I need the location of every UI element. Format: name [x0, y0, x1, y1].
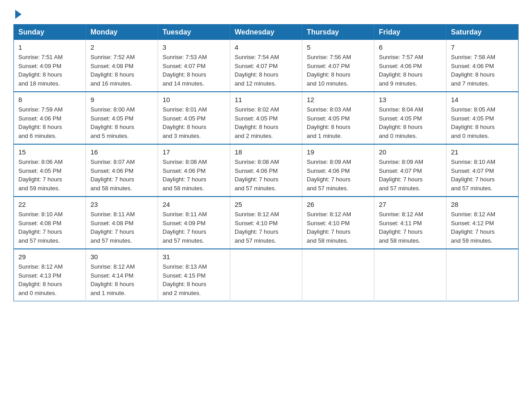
day-number: 9 [90, 96, 153, 103]
day-info: Sunrise: 8:06 AM Sunset: 4:05 PM Dayligh… [18, 158, 81, 193]
daylight-hours: 7 hoursand 58 minutes. [379, 228, 423, 244]
calendar-cell: 14 Sunrise: 8:05 AM Sunset: 4:05 PM Dayl… [446, 92, 519, 144]
daylight-hours: 7 hoursand 58 minutes. [307, 228, 351, 244]
calendar-cell: 16 Sunrise: 8:07 AM Sunset: 4:06 PM Dayl… [86, 144, 158, 197]
day-number: 30 [90, 253, 153, 261]
day-info: Sunrise: 8:07 AM Sunset: 4:06 PM Dayligh… [90, 158, 153, 193]
calendar-cell [230, 249, 302, 301]
day-number: 1 [18, 43, 81, 51]
calendar-cell: 5 Sunrise: 7:56 AM Sunset: 4:07 PM Dayli… [302, 40, 374, 92]
day-info: Sunrise: 8:12 AM Sunset: 4:11 PM Dayligh… [379, 210, 442, 245]
day-info: Sunrise: 8:10 AM Sunset: 4:08 PM Dayligh… [18, 210, 81, 245]
daylight-hours: 8 hoursand 7 minutes. [451, 71, 495, 87]
calendar-cell: 1 Sunrise: 7:51 AM Sunset: 4:09 PM Dayli… [14, 40, 86, 92]
calendar-cell: 25 Sunrise: 8:12 AM Sunset: 4:10 PM Dayl… [230, 197, 302, 249]
calendar-cell: 24 Sunrise: 8:11 AM Sunset: 4:09 PM Dayl… [158, 197, 230, 249]
weekday-header-monday: Monday [86, 25, 158, 40]
daylight-hours: 7 hoursand 57 minutes. [379, 176, 423, 192]
daylight-hours: 8 hoursand 0 minutes. [18, 281, 62, 296]
day-info: Sunrise: 8:09 AM Sunset: 4:07 PM Dayligh… [379, 158, 442, 193]
calendar-cell: 31 Sunrise: 8:13 AM Sunset: 4:15 PM Dayl… [158, 249, 230, 301]
daylight-hours: 8 hoursand 16 minutes. [90, 71, 134, 87]
calendar-cell: 22 Sunrise: 8:10 AM Sunset: 4:08 PM Dayl… [14, 197, 86, 249]
weekday-header-row: SundayMondayTuesdayWednesdayThursdayFrid… [14, 25, 519, 40]
day-info: Sunrise: 7:54 AM Sunset: 4:07 PM Dayligh… [235, 53, 297, 88]
day-number: 19 [307, 148, 369, 156]
day-info: Sunrise: 8:09 AM Sunset: 4:06 PM Dayligh… [307, 158, 369, 193]
calendar-cell: 29 Sunrise: 8:12 AM Sunset: 4:13 PM Dayl… [14, 249, 86, 301]
calendar-cell: 6 Sunrise: 7:57 AM Sunset: 4:06 PM Dayli… [374, 40, 446, 92]
day-number: 12 [307, 96, 369, 103]
daylight-hours: 8 hoursand 18 minutes. [18, 71, 62, 87]
daylight-hours: 7 hoursand 57 minutes. [235, 176, 279, 192]
day-info: Sunrise: 7:57 AM Sunset: 4:06 PM Dayligh… [379, 53, 442, 88]
day-info: Sunrise: 7:51 AM Sunset: 4:09 PM Dayligh… [18, 53, 81, 88]
calendar-cell: 27 Sunrise: 8:12 AM Sunset: 4:11 PM Dayl… [374, 197, 446, 249]
daylight-hours: 8 hoursand 0 minutes. [451, 124, 495, 139]
weekday-header-friday: Friday [374, 25, 446, 40]
day-number: 29 [18, 253, 81, 261]
daylight-hours: 8 hoursand 3 minutes. [163, 124, 206, 139]
day-info: Sunrise: 8:11 AM Sunset: 4:09 PM Dayligh… [163, 210, 225, 245]
day-number: 7 [451, 43, 514, 51]
day-number: 10 [163, 96, 225, 103]
day-number: 16 [90, 148, 153, 156]
week-row-5: 29 Sunrise: 8:12 AM Sunset: 4:13 PM Dayl… [14, 249, 519, 301]
day-info: Sunrise: 8:00 AM Sunset: 4:05 PM Dayligh… [90, 105, 153, 140]
day-number: 22 [18, 201, 81, 208]
daylight-hours: 7 hoursand 59 minutes. [18, 176, 62, 192]
day-number: 4 [235, 43, 297, 51]
daylight-hours: 8 hoursand 9 minutes. [379, 71, 423, 87]
daylight-hours: 7 hoursand 57 minutes. [18, 228, 62, 244]
day-info: Sunrise: 7:59 AM Sunset: 4:06 PM Dayligh… [18, 105, 81, 140]
calendar-cell: 13 Sunrise: 8:04 AM Sunset: 4:05 PM Dayl… [374, 92, 446, 144]
calendar-cell: 28 Sunrise: 8:12 AM Sunset: 4:12 PM Dayl… [446, 197, 519, 249]
day-number: 13 [379, 96, 442, 103]
calendar-body: 1 Sunrise: 7:51 AM Sunset: 4:09 PM Dayli… [14, 40, 519, 301]
calendar-cell: 8 Sunrise: 7:59 AM Sunset: 4:06 PM Dayli… [14, 92, 86, 144]
calendar-cell: 10 Sunrise: 8:01 AM Sunset: 4:05 PM Dayl… [158, 92, 230, 144]
week-row-3: 15 Sunrise: 8:06 AM Sunset: 4:05 PM Dayl… [14, 144, 519, 197]
day-info: Sunrise: 8:04 AM Sunset: 4:05 PM Dayligh… [379, 105, 442, 140]
logo-arrow-icon [15, 10, 21, 19]
day-number: 6 [379, 43, 442, 51]
daylight-hours: 8 hoursand 2 minutes. [163, 281, 206, 296]
day-number: 3 [163, 43, 225, 51]
weekday-header-tuesday: Tuesday [158, 25, 230, 40]
weekday-header-sunday: Sunday [14, 25, 86, 40]
daylight-hours: 7 hoursand 57 minutes. [90, 228, 134, 244]
day-info: Sunrise: 8:13 AM Sunset: 4:15 PM Dayligh… [163, 262, 225, 297]
day-number: 5 [307, 43, 369, 51]
day-info: Sunrise: 8:12 AM Sunset: 4:10 PM Dayligh… [235, 210, 297, 245]
calendar-cell: 11 Sunrise: 8:02 AM Sunset: 4:05 PM Dayl… [230, 92, 302, 144]
daylight-hours: 8 hoursand 6 minutes. [18, 124, 62, 139]
day-number: 2 [90, 43, 153, 51]
daylight-hours: 8 hoursand 14 minutes. [163, 71, 206, 87]
calendar-cell: 21 Sunrise: 8:10 AM Sunset: 4:07 PM Dayl… [446, 144, 519, 197]
day-info: Sunrise: 8:08 AM Sunset: 4:06 PM Dayligh… [163, 158, 225, 193]
week-row-2: 8 Sunrise: 7:59 AM Sunset: 4:06 PM Dayli… [14, 92, 519, 144]
calendar-cell: 23 Sunrise: 8:11 AM Sunset: 4:08 PM Dayl… [86, 197, 158, 249]
daylight-hours: 8 hoursand 12 minutes. [235, 71, 279, 87]
day-info: Sunrise: 8:02 AM Sunset: 4:05 PM Dayligh… [235, 105, 297, 140]
calendar-cell: 17 Sunrise: 8:08 AM Sunset: 4:06 PM Dayl… [158, 144, 230, 197]
week-row-1: 1 Sunrise: 7:51 AM Sunset: 4:09 PM Dayli… [14, 40, 519, 92]
calendar-cell [446, 249, 519, 301]
daylight-hours: 8 hoursand 5 minutes. [90, 124, 134, 139]
daylight-hours: 8 hoursand 10 minutes. [307, 71, 351, 87]
calendar-cell: 2 Sunrise: 7:52 AM Sunset: 4:08 PM Dayli… [86, 40, 158, 92]
calendar-cell: 18 Sunrise: 8:08 AM Sunset: 4:06 PM Dayl… [230, 144, 302, 197]
daylight-hours: 7 hoursand 57 minutes. [307, 176, 351, 192]
day-number: 26 [307, 201, 369, 208]
daylight-hours: 8 hoursand 1 minute. [307, 124, 351, 139]
calendar-cell: 4 Sunrise: 7:54 AM Sunset: 4:07 PM Dayli… [230, 40, 302, 92]
day-info: Sunrise: 7:52 AM Sunset: 4:08 PM Dayligh… [90, 53, 153, 88]
calendar-cell: 15 Sunrise: 8:06 AM Sunset: 4:05 PM Dayl… [14, 144, 86, 197]
calendar-cell: 20 Sunrise: 8:09 AM Sunset: 4:07 PM Dayl… [374, 144, 446, 197]
daylight-hours: 7 hoursand 57 minutes. [451, 176, 495, 192]
day-info: Sunrise: 8:12 AM Sunset: 4:12 PM Dayligh… [451, 210, 514, 245]
daylight-hours: 8 hoursand 1 minute. [90, 281, 134, 296]
daylight-hours: 7 hoursand 57 minutes. [235, 228, 279, 244]
calendar-cell: 26 Sunrise: 8:12 AM Sunset: 4:10 PM Dayl… [302, 197, 374, 249]
day-info: Sunrise: 8:12 AM Sunset: 4:13 PM Dayligh… [18, 262, 81, 297]
